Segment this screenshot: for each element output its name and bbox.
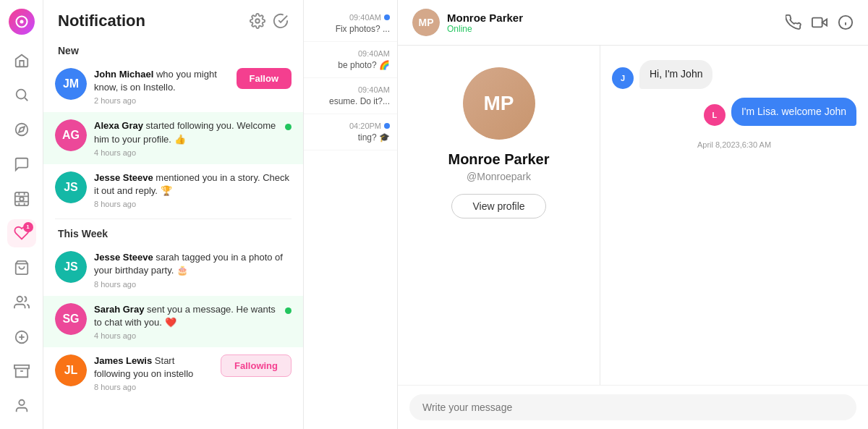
phone-icon[interactable]	[786, 14, 801, 30]
notif-content: Jesse Steeve mentioned you in a story. C…	[94, 171, 292, 208]
nav-add[interactable]	[7, 323, 36, 352]
profile-avatar: MP	[463, 67, 535, 140]
notif-content: Jesse Steeve sarah tagged you in a photo…	[94, 251, 292, 288]
following-button[interactable]: Fallowing	[221, 354, 292, 377]
unread-dot	[384, 123, 390, 129]
chat-list-item[interactable]: 04:20PM ting? 🎓	[304, 114, 397, 150]
message-row-sent: I'm Lisa. welcome John L	[612, 98, 856, 127]
messages-area: J Hi, I'm John I'm Lisa. welcome John L …	[600, 46, 868, 385]
chat-preview: ting? 🎓	[358, 132, 390, 143]
info-icon[interactable]	[838, 14, 854, 30]
svg-point-3	[15, 124, 27, 136]
notif-text: John Michael who you might know, is on I…	[94, 68, 229, 94]
online-dot	[285, 124, 292, 130]
notif-name: Jesse Steeve	[94, 252, 153, 263]
nav-archive[interactable]	[7, 357, 36, 386]
chat-header: MP Monroe Parker Online	[398, 0, 868, 46]
mark-read-icon[interactable]	[273, 13, 289, 29]
svg-point-5	[20, 197, 24, 201]
notif-name: James Lewis	[94, 355, 152, 366]
notif-name: Sarah Gray	[94, 304, 144, 315]
online-dot	[285, 307, 292, 314]
avatar-placeholder: JM	[55, 68, 87, 100]
new-section-label: New	[43, 39, 303, 61]
notification-item[interactable]: SG Sarah Gray sent you a message. He wan…	[43, 296, 303, 347]
this-week-section-label: This Week	[43, 222, 303, 244]
profile-name: Monroe Parker	[448, 151, 549, 168]
profile-avatar-image: MP	[463, 67, 535, 140]
nav-messages[interactable]	[7, 150, 36, 179]
notif-text: Alexa Gray started following you. Welcom…	[94, 119, 278, 145]
notif-text: Jesse Steeve mentioned you in a story. C…	[94, 171, 292, 197]
chat-header-avatar: MP	[412, 9, 440, 36]
chat-list-item[interactable]: 09:40AM Fix photos? ...	[304, 6, 397, 42]
notif-time: 8 hours ago	[94, 383, 213, 391]
notif-text: Sarah Gray sent you a message. He wants …	[94, 303, 278, 329]
chat-preview: Fix photos? ...	[336, 24, 390, 34]
nav-people[interactable]	[7, 288, 36, 317]
nav-notifications[interactable]: 1	[7, 219, 36, 248]
nav-shop[interactable]	[7, 253, 36, 282]
notif-content: Sarah Gray sent you a message. He wants …	[94, 303, 278, 340]
chat-input-bar	[398, 385, 868, 429]
chat-time-row: 09:40AM	[349, 13, 390, 22]
notification-item[interactable]: JM John Michael who you might know, is o…	[43, 61, 303, 112]
notification-panel: Notification New JM John Michael who you	[43, 0, 304, 429]
chat-time: 09:40AM	[349, 13, 381, 22]
notif-text: Jesse Steeve sarah tagged you in a photo…	[94, 251, 292, 277]
notif-text: James Lewis Start following you on inste…	[94, 354, 213, 381]
notification-item[interactable]: JS Jesse Steeve mentioned you in a story…	[43, 164, 303, 216]
avatar-placeholder: SG	[55, 303, 87, 335]
unread-dot	[384, 14, 390, 20]
notification-item[interactable]: AG Alexa Gray started following you. Wel…	[43, 112, 303, 163]
svg-marker-15	[822, 19, 827, 25]
message-row-received: J Hi, I'm John	[612, 60, 856, 89]
main-chat: MP Monroe Parker Online MP	[398, 0, 868, 429]
chat-list-item[interactable]: 09:40AM be photo? 🌈	[304, 42, 397, 78]
nav-search[interactable]	[7, 81, 36, 110]
chat-time-row: 09:40AM	[358, 49, 390, 58]
message-input[interactable]	[409, 394, 856, 420]
section-divider	[55, 218, 292, 219]
notif-content: John Michael who you might know, is on I…	[94, 68, 229, 105]
nav-reels[interactable]	[7, 184, 36, 213]
notification-list: New JM John Michael who you might know, …	[43, 39, 303, 429]
svg-rect-11	[14, 365, 28, 369]
notif-avatar: JL	[55, 354, 87, 386]
message-bubble: I'm Lisa. welcome John	[731, 98, 856, 127]
avatar-placeholder: JS	[55, 171, 87, 203]
chat-contact-name: Monroe Parker	[447, 12, 778, 24]
nav-home[interactable]	[7, 46, 36, 75]
notification-item[interactable]: JS Jesse Steeve sarah tagged you in a ph…	[43, 244, 303, 295]
notif-time: 4 hours ago	[94, 331, 278, 340]
follow-button[interactable]: Fallow	[237, 68, 292, 89]
video-icon[interactable]	[812, 14, 827, 30]
notification-badge: 1	[23, 222, 33, 232]
notification-item[interactable]: JL James Lewis Start following you on in…	[43, 347, 303, 399]
profile-handle: @Monroepark	[467, 171, 531, 182]
notif-time: 8 hours ago	[94, 280, 292, 289]
chat-header-actions	[786, 14, 854, 30]
app-logo	[9, 9, 35, 35]
chat-list-panel: 09:40AM Fix photos? ... 09:40AM be photo…	[304, 0, 398, 429]
nav-profile[interactable]	[7, 391, 36, 420]
notif-avatar: SG	[55, 303, 87, 335]
notification-header: Notification	[43, 0, 303, 39]
avatar-placeholder: JS	[55, 251, 87, 283]
notification-actions	[250, 13, 289, 29]
avatar-placeholder: JL	[55, 354, 87, 386]
profile-sidebar: MP Monroe Parker @Monroepark View profil…	[398, 46, 600, 385]
settings-icon[interactable]	[250, 13, 265, 29]
view-profile-button[interactable]: View profile	[451, 194, 545, 218]
chat-list-item[interactable]: 09:40AM esume. Do it?...	[304, 78, 397, 114]
svg-point-14	[255, 19, 260, 23]
nav-explore[interactable]	[7, 115, 36, 144]
svg-point-2	[16, 90, 25, 99]
notif-content: James Lewis Start following you on inste…	[94, 354, 213, 391]
chat-time: 09:40AM	[358, 49, 390, 58]
svg-point-13	[19, 400, 24, 405]
svg-point-7	[17, 297, 22, 302]
notification-title: Notification	[58, 12, 145, 30]
notif-content: Alexa Gray started following you. Welcom…	[94, 119, 278, 156]
chat-list-scroll: 09:40AM Fix photos? ... 09:40AM be photo…	[304, 0, 397, 429]
